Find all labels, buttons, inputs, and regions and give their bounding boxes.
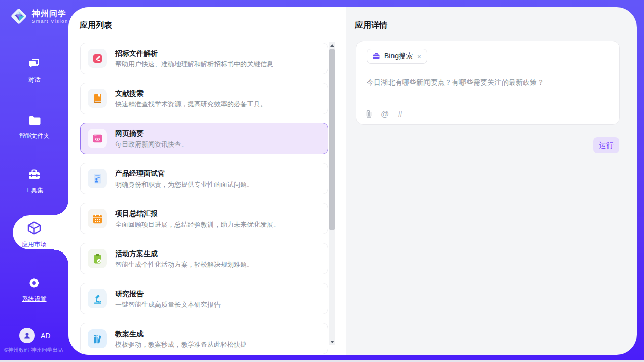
sidebar-item-app-market[interactable]: 应用市场 — [0, 220, 68, 249]
brand: 神州问学 Smart Vision — [9, 7, 68, 26]
interviewer-icon — [88, 169, 107, 188]
person-icon — [23, 331, 31, 340]
app-card[interactable]: 网页摘要 每日政府新闻资讯快查。 — [80, 123, 328, 154]
web-page-icon — [88, 129, 107, 148]
gear-icon — [27, 276, 41, 290]
sidebar-item-smart-folder[interactable]: 智能文件夹 — [0, 114, 68, 140]
sidebar-item-chat[interactable]: 对话 — [0, 57, 68, 84]
sidebar-item-toolset[interactable]: 工具集 — [0, 168, 68, 195]
app-list-panel: 应用列表 招标文件解析 帮助用户快速、准确地理解和解析招标书中的关键信息 文献搜… — [68, 7, 346, 355]
app-card[interactable]: 文献搜索 快速精准查找学术资源，提高研究效率的必备工具。 — [80, 83, 328, 114]
app-card-title: 文献搜索 — [115, 89, 267, 98]
calendar-icon — [88, 209, 107, 228]
tool-chip-bing-search[interactable]: Bing搜索 × — [367, 49, 427, 64]
query-text[interactable]: 今日湖北有哪些新闻要点？有哪些需要关注的最新政策？ — [367, 77, 610, 87]
brand-name: 神州问学 — [32, 9, 68, 18]
attachment-toolbar: @ # — [366, 110, 402, 118]
prompt-card[interactable]: Bing搜索 × 今日湖北有哪些新闻要点？有哪些需要关注的最新政策？ @ # — [356, 41, 620, 125]
clipboard-check-icon — [88, 249, 107, 268]
sidebar-item-label: 智能文件夹 — [0, 132, 68, 140]
app-card-description: 智能生成个性化活动方案，轻松解决规划难题。 — [115, 261, 254, 268]
paperclip-icon[interactable] — [366, 110, 372, 118]
app-card-title: 产品经理面试官 — [115, 169, 254, 178]
app-card-title: 活动方案生成 — [115, 249, 254, 258]
app-card[interactable]: 项目总结汇报 全面回顾项目进展，总结经验教训，助力未来优化发展。 — [80, 203, 328, 234]
app-card-description: 明确身份和职责，为您提供专业性的面试问题。 — [115, 180, 254, 188]
brand-logo-icon — [9, 7, 28, 26]
triangle-down-icon — [330, 341, 334, 343]
app-detail-title: 应用详情 — [355, 20, 387, 31]
app-card-title: 网页摘要 — [115, 129, 188, 138]
book-icon — [88, 89, 107, 108]
app-detail-panel: 应用详情 Bing搜索 × 今日湖北有哪些新闻要点？有哪些需要关注的最新政策？ … — [346, 7, 637, 355]
chat-icon — [27, 57, 41, 71]
app-card-description: 快速精准查找学术资源，提高研究效率的必备工具。 — [115, 100, 267, 108]
scrollbar-thumb[interactable] — [329, 49, 335, 230]
sidebar: 神州问学 Smart Vision 对话 智能文件夹 工具集 — [0, 0, 68, 362]
chip-close-icon[interactable]: × — [417, 53, 422, 60]
app-card-title: 招标文件解析 — [115, 49, 273, 58]
sidebar-item-label: 应用市场 — [0, 240, 68, 249]
app-card-title: 研究报告 — [115, 289, 221, 298]
hash-icon[interactable]: # — [398, 110, 402, 118]
app-card[interactable]: 活动方案生成 智能生成个性化活动方案，轻松解决规划难题。 — [80, 243, 328, 274]
microscope-icon — [88, 289, 107, 308]
app-card-list: 招标文件解析 帮助用户快速、准确地理解和解析招标书中的关键信息 文献搜索 快速精… — [80, 43, 328, 355]
app-list-scrollbar[interactable] — [329, 42, 335, 345]
app-card[interactable]: 招标文件解析 帮助用户快速、准确地理解和解析招标书中的关键信息 — [80, 43, 328, 74]
app-card[interactable]: 产品经理面试官 明确身份和职责，为您提供专业性的面试问题。 — [80, 163, 328, 194]
tool-chip-label: Bing搜索 — [384, 52, 413, 61]
document-edit-icon — [88, 49, 107, 68]
toolbox-icon — [27, 168, 41, 182]
sidebar-item-label: 工具集 — [0, 186, 68, 195]
sidebar-item-settings[interactable]: 系统设置 — [0, 276, 68, 303]
app-list-title: 应用列表 — [80, 20, 112, 31]
scroll-up-button[interactable] — [329, 42, 335, 49]
main-content: 应用列表 招标文件解析 帮助用户快速、准确地理解和解析招标书中的关键信息 文献搜… — [68, 7, 637, 355]
folder-icon — [27, 114, 41, 127]
app-card-description: 全面回顾项目进展，总结经验教训，助力未来优化发展。 — [115, 221, 280, 228]
app-card[interactable]: 研究报告 一键智能生成高质量长文本研究报告 — [80, 283, 328, 314]
briefcase-icon — [372, 52, 380, 60]
app-card-title: 教案生成 — [115, 330, 247, 338]
avatar — [19, 328, 35, 343]
sidebar-item-label: 对话 — [0, 76, 68, 84]
run-button[interactable]: 运行 — [593, 137, 619, 153]
cube-icon — [26, 220, 42, 236]
scroll-down-button[interactable] — [329, 338, 335, 345]
window-bottom-strip — [0, 360, 644, 362]
copyright-text: ©神州数码·神州问学出品 — [4, 347, 73, 354]
books-icon — [88, 329, 107, 348]
app-card-description: 每日政府新闻资讯快查。 — [115, 140, 188, 148]
triangle-up-icon — [330, 44, 334, 47]
mention-icon[interactable]: @ — [381, 110, 389, 118]
app-card-title: 项目总结汇报 — [115, 209, 280, 218]
user-initials: AD — [41, 332, 50, 340]
sidebar-item-label: 系统设置 — [0, 295, 68, 303]
user-account[interactable]: AD — [19, 328, 50, 343]
brand-subtitle: Smart Vision — [32, 18, 68, 24]
app-card-description: 帮助用户快速、准确地理解和解析招标书中的关键信息 — [115, 60, 273, 68]
app-card-description: 模板驱动，教案秒成，教学准备从此轻松快捷 — [115, 341, 247, 348]
app-card[interactable]: 教案生成 模板驱动，教案秒成，教学准备从此轻松快捷 — [80, 323, 328, 354]
app-card-description: 一键智能生成高质量长文本研究报告 — [115, 301, 221, 308]
